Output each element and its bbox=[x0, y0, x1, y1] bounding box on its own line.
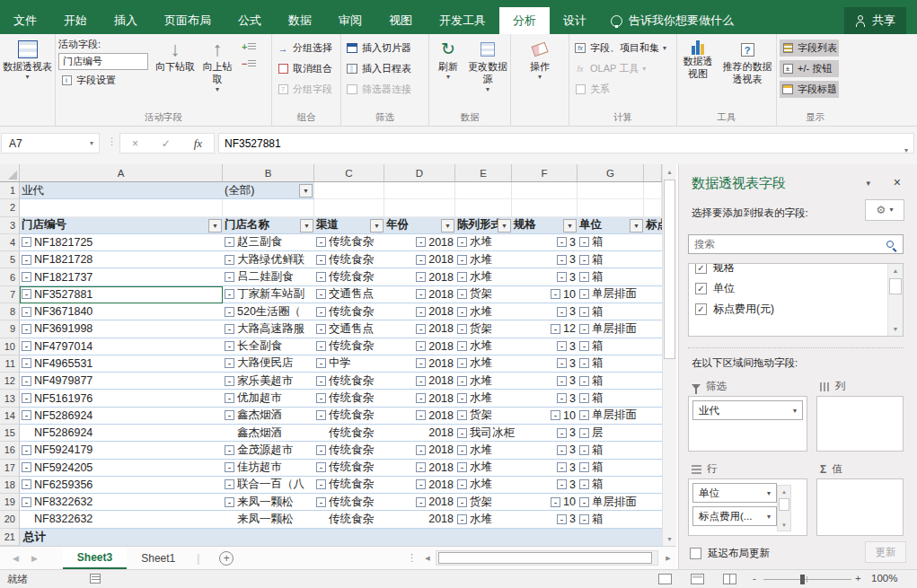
update-button[interactable]: 更新 bbox=[865, 541, 906, 563]
cell-B20[interactable]: 来凤一颗松 bbox=[223, 511, 314, 528]
ribbon-tab-公式[interactable]: 公式 bbox=[225, 7, 275, 34]
cell-A10[interactable]: -NF4797014 bbox=[20, 338, 223, 355]
collapse-icon[interactable]: - bbox=[22, 358, 31, 368]
cell-B4[interactable]: -赵三副食 bbox=[223, 234, 314, 251]
cell-D8[interactable]: -2018 bbox=[384, 303, 455, 320]
panel-options-icon[interactable]: ▾ bbox=[866, 179, 870, 188]
ribbon-tab-设计[interactable]: 设计 bbox=[550, 7, 600, 34]
collapse-icon[interactable]: - bbox=[225, 497, 234, 507]
cell-D5[interactable]: -2018 bbox=[384, 251, 455, 268]
collapse-icon[interactable]: - bbox=[316, 272, 326, 282]
normal-view-icon[interactable] bbox=[658, 574, 672, 584]
cell-G8[interactable]: -箱 bbox=[578, 303, 644, 320]
cell-empty[interactable] bbox=[578, 182, 644, 199]
cell-E12[interactable]: -水堆 bbox=[455, 373, 512, 390]
cell-G13[interactable]: -箱 bbox=[578, 390, 644, 407]
collapse-icon[interactable]: - bbox=[316, 341, 326, 351]
cell-C12[interactable]: -传统食杂 bbox=[314, 373, 384, 390]
collapse-icon[interactable]: - bbox=[22, 393, 31, 403]
row-header-6[interactable]: 6 bbox=[0, 268, 20, 285]
cell-empty[interactable] bbox=[512, 182, 578, 199]
cell-E7[interactable]: -货架 bbox=[455, 286, 512, 303]
expand-formula-bar-icon[interactable]: ▾ bbox=[904, 146, 908, 154]
collapse-icon[interactable]: - bbox=[225, 272, 234, 282]
collapse-icon[interactable]: - bbox=[557, 307, 567, 317]
filter-dropdown-icon[interactable]: ▼ bbox=[300, 219, 313, 233]
ribbon-tab-数据[interactable]: 数据 bbox=[275, 7, 325, 34]
collapse-icon[interactable]: - bbox=[22, 237, 31, 247]
filter-connections-button[interactable]: 筛选器连接 bbox=[344, 81, 413, 98]
cell-B5[interactable]: -大路绿优鲜联 bbox=[223, 251, 314, 268]
row-header-12[interactable]: 12 bbox=[0, 373, 20, 390]
scroll-thumb[interactable] bbox=[779, 498, 789, 511]
cell-C5[interactable]: -传统食杂 bbox=[314, 251, 384, 268]
cell-empty[interactable] bbox=[455, 199, 512, 216]
collapse-icon[interactable]: - bbox=[22, 272, 31, 282]
ungroup-button[interactable]: 取消组合 bbox=[275, 60, 334, 77]
tell-me-box[interactable]: 告诉我你想要做什么 bbox=[611, 7, 734, 34]
add-sheet-button[interactable]: + bbox=[219, 551, 234, 566]
collapse-icon[interactable]: - bbox=[579, 255, 589, 265]
filter-dropdown-icon[interactable]: ▼ bbox=[563, 219, 577, 233]
collapse-icon[interactable]: - bbox=[457, 462, 467, 472]
cell-E16[interactable]: -水堆 bbox=[455, 442, 512, 459]
collapse-icon[interactable]: - bbox=[22, 445, 31, 455]
collapse-icon[interactable]: - bbox=[579, 393, 589, 403]
column-header-partial[interactable] bbox=[644, 164, 662, 181]
cell-D19[interactable]: -2018 bbox=[384, 494, 455, 511]
row-header-9[interactable]: 9 bbox=[0, 320, 20, 338]
cell-C14[interactable]: -传统食杂 bbox=[314, 408, 384, 425]
collapse-icon[interactable]: - bbox=[316, 410, 326, 420]
collapse-icon[interactable]: - bbox=[225, 237, 234, 247]
cell-G17[interactable]: -箱 bbox=[578, 460, 644, 477]
refresh-button[interactable]: ↻ 刷新 ▾ bbox=[432, 37, 464, 81]
cell-A1[interactable]: 业代 bbox=[20, 182, 223, 199]
cell-C7[interactable]: -交通售点 bbox=[314, 286, 384, 303]
collapse-icon[interactable]: - bbox=[416, 272, 426, 282]
row-header-1[interactable]: 1 bbox=[0, 182, 20, 199]
header-cell-A[interactable]: 门店编号▼ bbox=[20, 217, 223, 234]
cell-F10[interactable]: -3 bbox=[512, 338, 578, 355]
cell-D17[interactable]: -2018 bbox=[384, 460, 455, 477]
cell-F19[interactable]: -10 bbox=[512, 494, 578, 511]
olap-tools-button[interactable]: fxOLAP 工具▾ bbox=[572, 60, 668, 77]
collapse-icon[interactable]: - bbox=[551, 324, 560, 334]
splitter-dots-icon[interactable]: ⋮ bbox=[407, 552, 417, 564]
row-header-20[interactable]: 20 bbox=[0, 511, 20, 528]
cell-E11[interactable]: -水堆 bbox=[455, 355, 512, 373]
row-header-13[interactable]: 13 bbox=[0, 390, 20, 407]
collapse-icon[interactable]: - bbox=[416, 324, 426, 334]
row-header-18[interactable]: 18 bbox=[0, 477, 20, 494]
cell-C9[interactable]: -交通售点 bbox=[314, 320, 384, 338]
cell-B9[interactable]: -大路高速路服 bbox=[223, 320, 314, 338]
area-values-box[interactable] bbox=[816, 478, 904, 536]
column-header-B[interactable]: B bbox=[223, 164, 314, 181]
cell-B6[interactable]: -吕二娃副食 bbox=[223, 268, 314, 285]
sheet-tab-Sheet1[interactable]: Sheet1 bbox=[127, 547, 190, 569]
zoom-in-icon[interactable]: + bbox=[855, 573, 861, 584]
cell-A16[interactable]: -NF5924179 bbox=[20, 442, 223, 459]
cell-empty[interactable] bbox=[455, 182, 512, 199]
filter-dropdown-icon[interactable]: ▼ bbox=[299, 184, 313, 197]
ribbon-tab-文件[interactable]: 文件 bbox=[0, 7, 50, 34]
collapse-icon[interactable]: - bbox=[416, 410, 426, 420]
group-selection-button[interactable]: →分组选择 bbox=[275, 39, 334, 57]
cell-C16[interactable]: -传统食杂 bbox=[314, 442, 384, 459]
scroll-down-icon[interactable]: ▼ bbox=[778, 519, 790, 531]
collapse-icon[interactable]: - bbox=[551, 410, 560, 420]
active-field-input[interactable]: 门店编号 bbox=[58, 53, 148, 70]
cell-E18[interactable]: -水堆 bbox=[455, 477, 512, 494]
collapse-icon[interactable]: - bbox=[316, 497, 326, 507]
collapse-icon[interactable]: - bbox=[457, 237, 467, 247]
row-header-5[interactable]: 5 bbox=[0, 251, 20, 268]
collapse-icon[interactable]: - bbox=[579, 376, 589, 386]
cell-H19[interactable] bbox=[644, 494, 662, 511]
collapse-icon[interactable]: - bbox=[416, 237, 426, 247]
collapse-icon[interactable]: - bbox=[457, 307, 467, 317]
insert-timeline-button[interactable]: 插入日程表 bbox=[344, 60, 413, 77]
cell-A17[interactable]: -NF5924205 bbox=[20, 460, 223, 477]
field-list-toggle[interactable]: 字段列表 bbox=[780, 39, 839, 57]
collapse-icon[interactable]: - bbox=[579, 324, 589, 334]
search-box[interactable] bbox=[688, 234, 904, 254]
collapse-icon[interactable]: - bbox=[457, 341, 467, 351]
